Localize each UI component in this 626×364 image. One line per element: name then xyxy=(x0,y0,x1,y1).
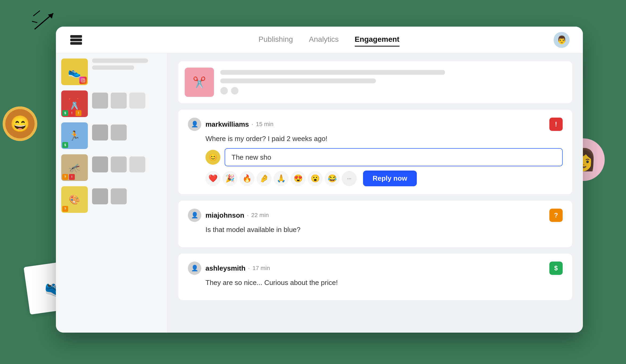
badge-question: ? xyxy=(62,206,68,212)
comment-text-miajohnson: Is that model available in blue? xyxy=(205,226,563,234)
list-item[interactable]: 🎨 ? xyxy=(61,186,162,213)
flag-badge-red: ! xyxy=(549,118,563,131)
comment-card-markwilliams: 👤 markwilliams · 15 min ! Where is my or… xyxy=(178,110,572,194)
svg-rect-4 xyxy=(70,35,82,38)
username-markwilliams: markwilliams xyxy=(205,120,249,129)
comment-user: 👤 ashleysmith · 17 min xyxy=(188,262,270,275)
comment-text-ashleysmith: They are so nice... Curious about the pr… xyxy=(205,279,563,287)
emoji-pray[interactable]: 🙏 xyxy=(274,171,289,186)
sidebar-thumb: 🎨 ? xyxy=(61,186,88,213)
badge-dollar: $ xyxy=(62,110,68,116)
like-icon xyxy=(220,87,228,94)
svg-rect-6 xyxy=(70,42,82,45)
emoji-row: ❤️ 🎉 🔥 🤌 🙏 😍 😮 😂 ··· Reply now xyxy=(205,171,563,186)
avatar-ashleysmith: 👤 xyxy=(188,262,201,275)
flag-badge-green: $ xyxy=(549,262,563,275)
svg-rect-7 xyxy=(81,78,85,82)
comment-card-miajohnson: 👤 miajohnson · 22 min ? Is that model av… xyxy=(178,201,572,247)
sidebar: 👟 ✂️ $ ! ! xyxy=(56,53,168,333)
sidebar-thumb: 🏃 $ xyxy=(61,122,88,149)
emoji-fire[interactable]: 🔥 xyxy=(240,171,254,186)
instagram-icon xyxy=(79,77,87,84)
username-ashleysmith: ashleysmith xyxy=(205,264,245,272)
flag-badge-orange: ? xyxy=(549,209,563,222)
app-body: 👟 ✂️ $ ! ! xyxy=(56,53,583,333)
badge-dollar: $ xyxy=(62,142,68,148)
app-header: Publishing Analytics Engagement 👨 xyxy=(56,27,583,53)
avatar[interactable]: 👨 xyxy=(554,32,570,48)
sidebar-thumb: 👟 xyxy=(61,59,88,85)
time-markwilliams: 15 min xyxy=(256,121,273,128)
comment-text-markwilliams: Where is my order? I paid 2 weeks ago! xyxy=(205,135,563,143)
time-ashleysmith: 17 min xyxy=(252,265,270,272)
emoji-more-button[interactable]: ··· xyxy=(342,171,357,186)
emoji-party[interactable]: 🎉 xyxy=(223,171,237,186)
post-thumbnail: ✂️ xyxy=(185,68,214,97)
emoji-heart[interactable]: ❤️ xyxy=(205,171,220,186)
svg-marker-1 xyxy=(48,13,53,19)
badge-question: ? xyxy=(62,174,68,180)
tab-publishing[interactable]: Publishing xyxy=(258,33,293,47)
list-item[interactable]: 🦟 ? ! xyxy=(61,154,162,181)
time-miajohnson: 22 min xyxy=(251,212,269,219)
svg-point-8 xyxy=(82,80,84,81)
sidebar-thumb: 🦟 ? ! xyxy=(61,154,88,181)
sidebar-thumb: ✂️ $ ! ! xyxy=(61,90,88,117)
svg-point-9 xyxy=(84,79,84,80)
list-item[interactable]: 🏃 $ xyxy=(61,122,162,149)
list-item[interactable]: 👟 xyxy=(61,59,162,85)
list-item[interactable]: ✂️ $ ! ! xyxy=(61,90,162,117)
avatar-miajohnson: 👤 xyxy=(188,209,201,222)
badge-exclaim: ! xyxy=(69,174,75,180)
post-meta xyxy=(220,70,566,94)
reply-area: 😊 xyxy=(205,148,563,166)
comment-card-ashleysmith: 👤 ashleysmith · 17 min $ They are so nic… xyxy=(178,254,572,300)
emoji-wow[interactable]: 😮 xyxy=(308,171,323,186)
badge-exclaim-2: ! xyxy=(76,110,81,116)
username-miajohnson: miajohnson xyxy=(205,211,244,220)
logo xyxy=(69,33,83,47)
post-preview: ✂️ xyxy=(178,61,572,103)
svg-rect-5 xyxy=(70,39,82,41)
tab-analytics[interactable]: Analytics xyxy=(309,33,339,47)
svg-line-0 xyxy=(35,13,53,29)
comment-icon xyxy=(231,87,238,94)
comment-user: 👤 miajohnson · 22 min xyxy=(188,209,269,222)
badge-exclaim: ! xyxy=(69,110,75,116)
comment-user: 👤 markwilliams · 15 min xyxy=(188,118,273,131)
reply-now-button[interactable]: Reply now xyxy=(363,171,417,186)
emoji-laugh[interactable]: 😂 xyxy=(325,171,340,186)
reply-avatar: 😊 xyxy=(205,150,220,165)
emoji-pinch[interactable]: 🤌 xyxy=(257,171,271,186)
emoji-heart-eyes[interactable]: 😍 xyxy=(291,171,306,186)
main-panel: ✂️ 👤 markwilliams xyxy=(168,53,583,333)
tab-engagement[interactable]: Engagement xyxy=(355,33,400,47)
app-window: Publishing Analytics Engagement 👨 👟 xyxy=(56,27,583,333)
reply-input[interactable] xyxy=(225,148,563,166)
svg-line-2 xyxy=(33,11,40,16)
nav-tabs: Publishing Analytics Engagement xyxy=(104,33,554,47)
svg-line-3 xyxy=(32,21,37,23)
avatar-markwilliams: 👤 xyxy=(188,118,201,131)
